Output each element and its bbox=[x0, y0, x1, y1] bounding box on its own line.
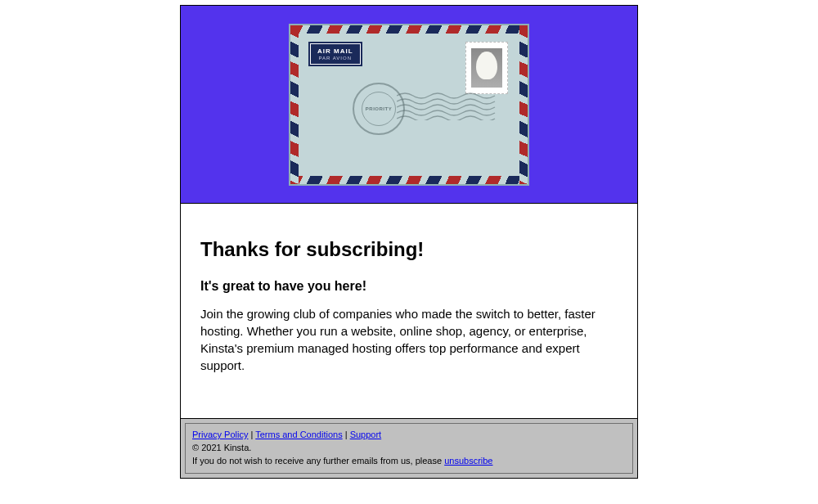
airmail-label-line2: PAR AVION bbox=[317, 56, 353, 61]
support-link[interactable]: Support bbox=[350, 430, 382, 439]
subheading: It's great to have you here! bbox=[200, 279, 618, 294]
footer-separator: | bbox=[343, 430, 350, 439]
stamp-portrait bbox=[471, 48, 502, 88]
unsubscribe-prefix: If you do not wish to receive any furthe… bbox=[192, 456, 444, 466]
postage-stamp-icon bbox=[465, 42, 508, 94]
footer-links-row: Privacy Policy | Terms and Conditions | … bbox=[192, 429, 626, 442]
body-section: Thanks for subscribing! It's great to ha… bbox=[180, 204, 638, 419]
airmail-stripe-right bbox=[519, 25, 528, 184]
airmail-stripe-left bbox=[290, 25, 299, 184]
footer-section: Privacy Policy | Terms and Conditions | … bbox=[180, 419, 638, 479]
postmark-label: PRIORITY bbox=[366, 106, 392, 111]
footer-unsubscribe-row: If you do not wish to receive any furthe… bbox=[192, 455, 626, 468]
postmark-waves-icon bbox=[397, 92, 503, 120]
footer-copyright: © 2021 Kinsta. bbox=[192, 442, 626, 455]
postmark-inner-ring: PRIORITY bbox=[362, 92, 396, 126]
unsubscribe-link[interactable]: unsubscribe bbox=[444, 456, 492, 466]
body-paragraph: Join the growing club of companies who m… bbox=[200, 305, 618, 374]
envelope-illustration: AIR MAIL PAR AVION PRIORITY bbox=[289, 24, 529, 186]
airmail-stripe-bottom bbox=[290, 176, 528, 184]
terms-link[interactable]: Terms and Conditions bbox=[255, 430, 342, 439]
airmail-label-line1: AIR MAIL bbox=[317, 47, 353, 55]
footer-inner: Privacy Policy | Terms and Conditions | … bbox=[185, 423, 633, 474]
email-container: AIR MAIL PAR AVION PRIORITY bbox=[180, 5, 638, 479]
privacy-policy-link[interactable]: Privacy Policy bbox=[192, 430, 248, 439]
hero-section: AIR MAIL PAR AVION PRIORITY bbox=[180, 5, 638, 204]
footer-separator: | bbox=[248, 430, 255, 439]
airmail-label: AIR MAIL PAR AVION bbox=[310, 43, 361, 65]
heading: Thanks for subscribing! bbox=[200, 238, 618, 261]
airmail-stripe-top bbox=[290, 25, 528, 34]
